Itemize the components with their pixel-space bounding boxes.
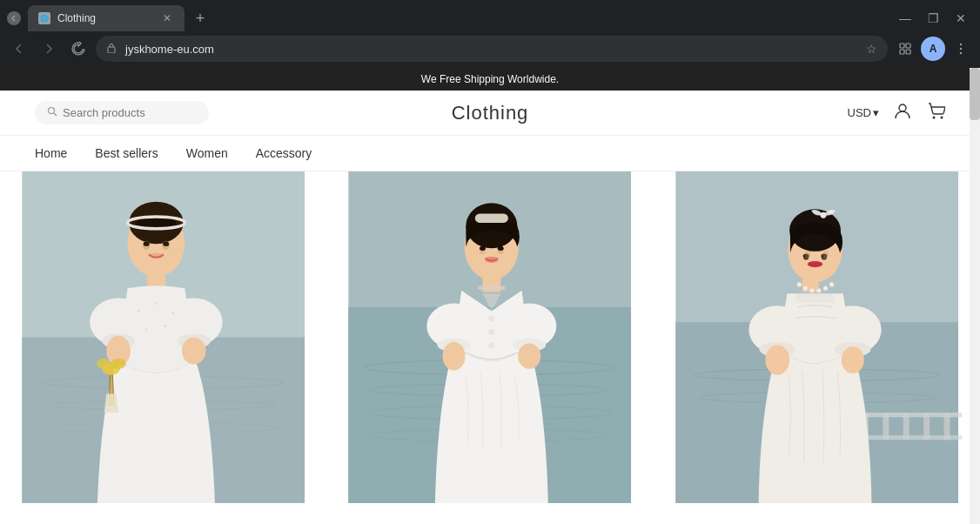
- svg-point-41: [97, 359, 111, 369]
- currency-selector[interactable]: USD ▾: [848, 106, 879, 119]
- close-button[interactable]: ✕: [949, 6, 973, 30]
- bookmark-icon[interactable]: ☆: [866, 42, 877, 56]
- svg-point-5: [960, 44, 962, 45]
- scrollbar-track: [970, 68, 980, 524]
- tab-title: Clothing: [57, 12, 153, 24]
- hero-section: [0, 171, 980, 503]
- browser-controls-left: [7, 11, 21, 25]
- address-bar[interactable]: jyskhome-eu.com ☆: [96, 36, 888, 62]
- site-header: Clothing USD ▾: [0, 91, 980, 136]
- svg-point-84: [822, 251, 829, 259]
- forward-button[interactable]: [37, 37, 61, 61]
- svg-point-8: [49, 108, 55, 114]
- site-nav: Home Best sellers Women Accessory: [0, 136, 980, 171]
- hero-panel-1: [0, 171, 326, 503]
- browser-back-chrome-btn[interactable]: [7, 11, 21, 25]
- announcement-bar: We Free Shipping Worldwide.: [0, 68, 980, 91]
- svg-point-98: [765, 345, 789, 375]
- svg-point-34: [164, 325, 166, 327]
- reload-button[interactable]: [66, 37, 91, 61]
- restore-button[interactable]: ❐: [921, 6, 945, 30]
- svg-point-53: [480, 246, 486, 251]
- svg-point-99: [841, 346, 863, 373]
- svg-rect-57: [479, 286, 506, 290]
- nav-home[interactable]: Home: [35, 144, 67, 162]
- svg-point-7: [960, 52, 962, 54]
- svg-point-90: [823, 286, 828, 291]
- tab-bar: 🌐 Clothing ✕ + — ❐ ✕: [0, 0, 980, 31]
- profile-button[interactable]: A: [921, 37, 945, 61]
- tab-close-button[interactable]: ✕: [160, 11, 174, 25]
- svg-point-62: [489, 343, 495, 349]
- search-input[interactable]: [63, 106, 197, 119]
- svg-point-83: [804, 251, 810, 259]
- active-tab[interactable]: 🌐 Clothing ✕: [28, 5, 185, 31]
- svg-rect-3: [900, 50, 904, 54]
- account-icon-button[interactable]: [893, 101, 912, 124]
- svg-point-25: [163, 242, 169, 246]
- svg-point-61: [489, 329, 495, 335]
- nav-accessory[interactable]: Accessory: [256, 144, 312, 162]
- extensions-button[interactable]: [893, 37, 917, 61]
- currency-label: USD: [848, 106, 871, 119]
- scrollbar-thumb[interactable]: [970, 68, 980, 120]
- svg-rect-0: [108, 47, 115, 53]
- svg-point-80: [820, 212, 826, 218]
- svg-point-12: [941, 117, 943, 119]
- svg-point-91: [796, 282, 801, 286]
- svg-point-31: [155, 302, 158, 305]
- back-button[interactable]: [7, 37, 31, 61]
- svg-rect-95: [796, 293, 834, 302]
- svg-rect-56: [483, 277, 501, 292]
- search-icon: [47, 106, 57, 119]
- header-actions: USD ▾: [848, 101, 945, 124]
- browser-chrome: 🌐 Clothing ✕ + — ❐ ✕ jyskhome-eu.com ☆: [0, 0, 980, 68]
- nav-women[interactable]: Women: [186, 144, 228, 162]
- svg-line-9: [54, 113, 57, 116]
- menu-button[interactable]: [949, 37, 973, 61]
- svg-point-11: [933, 117, 936, 119]
- svg-point-32: [171, 312, 174, 314]
- svg-rect-73: [903, 413, 909, 440]
- minimize-button[interactable]: —: [893, 6, 917, 30]
- search-container[interactable]: [35, 101, 209, 124]
- cart-icon-button[interactable]: [926, 101, 945, 124]
- window-controls: — ❐ ✕: [893, 6, 973, 30]
- nav-best-sellers[interactable]: Best sellers: [95, 144, 158, 162]
- svg-point-40: [111, 359, 125, 369]
- site-logo: Clothing: [452, 102, 529, 124]
- svg-rect-74: [923, 413, 930, 440]
- site-security-icon: [106, 43, 118, 55]
- tab-favicon: 🌐: [38, 12, 50, 24]
- currency-dropdown-icon: ▾: [873, 106, 879, 119]
- toolbar-icons: A: [893, 37, 973, 61]
- new-tab-button[interactable]: +: [188, 6, 212, 30]
- svg-point-55: [485, 257, 499, 263]
- svg-point-65: [443, 342, 466, 371]
- svg-point-60: [489, 315, 495, 321]
- website-content: We Free Shipping Worldwide. Clothing USD…: [0, 68, 980, 524]
- address-bar-row: jyskhome-eu.com ☆ A: [0, 31, 980, 68]
- svg-point-26: [149, 253, 164, 259]
- svg-point-66: [518, 343, 540, 368]
- svg-point-24: [144, 242, 150, 246]
- address-text: jyskhome-eu.com: [125, 43, 859, 56]
- svg-rect-1: [900, 44, 904, 48]
- svg-point-10: [899, 104, 906, 111]
- svg-point-33: [144, 328, 147, 331]
- hero-panel-3: [654, 171, 980, 503]
- svg-rect-4: [906, 50, 910, 54]
- svg-point-6: [960, 48, 962, 50]
- svg-rect-50: [475, 213, 508, 222]
- svg-point-30: [138, 309, 140, 312]
- svg-point-87: [802, 286, 807, 291]
- svg-point-89: [816, 288, 821, 292]
- svg-point-54: [498, 246, 504, 251]
- svg-rect-2: [906, 44, 910, 48]
- svg-rect-75: [943, 413, 950, 440]
- svg-point-88: [809, 288, 814, 292]
- announcement-text: We Free Shipping Worldwide.: [421, 73, 559, 85]
- svg-point-38: [182, 338, 206, 365]
- svg-rect-72: [883, 413, 889, 440]
- hero-panel-2: [326, 171, 653, 503]
